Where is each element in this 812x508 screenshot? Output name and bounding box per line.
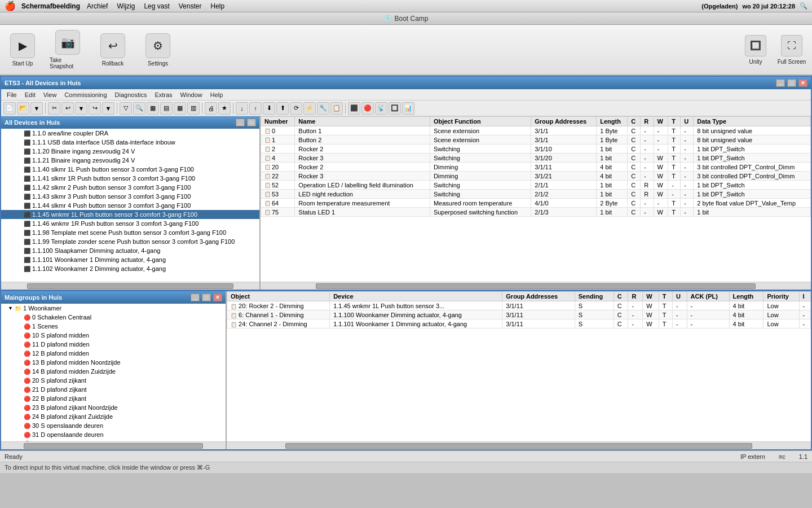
maingroup-tree-item[interactable]: 🔴20 S plafond zijkant bbox=[1, 376, 226, 385]
device-tree-item[interactable]: ⬛1.1.42 slkmr 2 Push button sensor 3 com… bbox=[1, 183, 259, 192]
tb-grid4[interactable]: ▥ bbox=[187, 102, 200, 115]
tb-grid2[interactable]: ▤ bbox=[160, 102, 173, 115]
device-tree-item[interactable]: ⬛1.1.98 Template met scene Push button s… bbox=[1, 228, 259, 237]
rollback-button[interactable]: ↩ Rollback bbox=[95, 33, 131, 67]
device-tree-item[interactable]: ⬛1.1.40 slkmr 1L Push button sensor 3 co… bbox=[1, 165, 259, 174]
tb-prog5[interactable]: ⟳ bbox=[290, 102, 302, 115]
tb-undo-dropdown[interactable]: ▼ bbox=[75, 102, 87, 115]
group-detail-table-container[interactable]: ObjectDeviceGroup AddressesSendingCRWTUA… bbox=[227, 291, 811, 441]
maingroups-min[interactable]: _ bbox=[191, 294, 200, 301]
device-tree-content[interactable]: ⬛1.1.0 area/line coupler DRA⬛1.1.1 USB d… bbox=[1, 129, 259, 282]
tb-comm5[interactable]: 📊 bbox=[402, 102, 414, 115]
device-tree-item[interactable]: ⬛1.1.100 Slaapkamer Dimming actuator, 4-… bbox=[1, 246, 259, 255]
device-tree-hscroll[interactable] bbox=[1, 282, 259, 290]
tb-open[interactable]: 📂 bbox=[17, 102, 29, 115]
object-table-container[interactable]: NumberNameObject FunctionGroup Addresses… bbox=[261, 116, 811, 282]
device-tree-item[interactable]: ⬛1.1.41 slkmr 1R Push button sensor 3 co… bbox=[1, 174, 259, 183]
unity-button[interactable]: 🔲 Unity bbox=[740, 35, 771, 65]
tb-open-dropdown[interactable]: ▼ bbox=[30, 102, 43, 115]
apple-icon[interactable]: 🍎 bbox=[5, 1, 16, 11]
tb-prog7[interactable]: 🔧 bbox=[317, 102, 329, 115]
maingroups-close[interactable]: ✕ bbox=[213, 294, 222, 301]
tb-new[interactable]: 📄 bbox=[3, 102, 16, 115]
group-detail-hscroll[interactable] bbox=[227, 441, 811, 449]
device-tree-item[interactable]: ⬛1.1.0 area/line coupler DRA bbox=[1, 129, 259, 138]
tb-filter[interactable]: ▽ bbox=[120, 102, 132, 115]
snapshot-button[interactable]: 📷 Take Snapshot bbox=[50, 30, 86, 69]
tb-grid3[interactable]: ▦ bbox=[174, 102, 186, 115]
tb-cut[interactable]: ✂ bbox=[48, 102, 60, 115]
menu-commissioning[interactable]: Commissioning bbox=[61, 90, 110, 99]
mac-menu-wijzig[interactable]: Wijzig bbox=[117, 2, 135, 10]
group-detail-row[interactable]: 📋 6: Channel 1 - Dimming1.1.100 Woonkame… bbox=[227, 310, 811, 319]
device-tree-item[interactable]: ⬛1.1.1 USB data interface USB data-inter… bbox=[1, 138, 259, 147]
tb-comm3[interactable]: 📡 bbox=[375, 102, 387, 115]
maingroups-max[interactable]: □ bbox=[202, 294, 211, 301]
tb-redo-dropdown[interactable]: ▼ bbox=[102, 102, 114, 115]
maingroup-tree-item[interactable]: 🔴22 B plafond zijkant bbox=[1, 394, 226, 403]
object-row[interactable]: 📋75Status LED 1Superposed switching func… bbox=[261, 208, 811, 217]
mac-menu-venster[interactable]: Venster bbox=[179, 2, 202, 10]
object-row[interactable]: 📋4Rocker 3Switching3/1/201 bitC-WT-1 bit… bbox=[261, 154, 811, 163]
menu-help[interactable]: Help bbox=[207, 90, 227, 99]
group-detail-row[interactable]: 📋 20: Rocker 2 - Dimming1.1.45 wnkmr 1L … bbox=[227, 301, 811, 310]
menu-extras[interactable]: Extras bbox=[151, 90, 175, 99]
device-tree-item[interactable]: ⬛1.1.20 Binaire ingang zesvoudig 24 V bbox=[1, 147, 259, 156]
object-row[interactable]: 📋64Room temperature measurementMeasured … bbox=[261, 199, 811, 208]
menu-window[interactable]: Window bbox=[177, 90, 206, 99]
device-tree-item[interactable]: ⬛1.1.102 Woonkamer 2 Dimming actuator, 4… bbox=[1, 264, 259, 273]
tb-print[interactable]: 🖨 bbox=[205, 102, 217, 115]
tb-prog6[interactable]: ⚡ bbox=[303, 102, 316, 115]
tb-prog1[interactable]: ↓ bbox=[236, 102, 248, 115]
fullscreen-button[interactable]: ⛶ Full Screen bbox=[776, 35, 807, 65]
maingroup-tree-item[interactable]: ▼📁1 Woonkamer bbox=[1, 304, 226, 313]
tb-find[interactable]: 🔍 bbox=[133, 102, 145, 115]
device-tree-item[interactable]: ⬛1.1.101 Woonkamer 1 Dimming actuator, 4… bbox=[1, 255, 259, 264]
ets3-close-btn[interactable]: ✕ bbox=[798, 79, 807, 87]
tb-prog8[interactable]: 📋 bbox=[330, 102, 343, 115]
tb-prog3[interactable]: ⬇ bbox=[263, 102, 275, 115]
maingroup-tree-item[interactable]: 🔴24 B plafond zijkant Zuidzijde bbox=[1, 412, 226, 421]
device-tree-item[interactable]: ⬛1.1.21 Binaire ingang zesvoudig 24 V bbox=[1, 156, 259, 165]
object-row[interactable]: 📋22Rocker 3Dimming3/1/214 bitC-WT-3 bit … bbox=[261, 172, 811, 181]
tb-prog2[interactable]: ↑ bbox=[249, 102, 262, 115]
startup-button[interactable]: ▶ Start Up bbox=[5, 33, 41, 67]
device-tree-item[interactable]: ⬛1.1.44 slkmr 4 Push button sensor 3 com… bbox=[1, 201, 259, 210]
device-panel-max[interactable]: □ bbox=[247, 119, 256, 126]
group-detail-row[interactable]: 📋 24: Channel 2 - Dimming1.1.101 Woonkam… bbox=[227, 319, 811, 329]
tb-prog4[interactable]: ⬆ bbox=[276, 102, 289, 115]
mac-menu-archief[interactable]: Archief bbox=[87, 2, 108, 10]
tb-redo[interactable]: ↪ bbox=[89, 102, 101, 115]
device-tree-item[interactable]: ⬛1.1.45 wnkmr 1L Push button sensor 3 co… bbox=[1, 210, 259, 219]
maingroup-tree-item[interactable]: 🔴23 B plafond zijkant Noordzijde bbox=[1, 403, 226, 412]
maingroups-hscroll[interactable] bbox=[1, 441, 226, 449]
maingroup-tree-item[interactable]: 🔴31 D openslaande deuren bbox=[1, 430, 226, 439]
mac-search-icon[interactable]: 🔍 bbox=[800, 2, 807, 10]
maingroups-tree[interactable]: ▼📁1 Woonkamer🔴0 Schakelen Centraal🔴1 Sce… bbox=[1, 304, 226, 441]
maingroup-tree-item[interactable]: 🔴0 Schakelen Centraal bbox=[1, 313, 226, 322]
maingroup-tree-item[interactable]: 🔴10 S plafond midden bbox=[1, 331, 226, 340]
menu-edit[interactable]: Edit bbox=[21, 90, 39, 99]
object-row[interactable]: 📋52Operation LED / labelling field illum… bbox=[261, 181, 811, 190]
device-tree-item[interactable]: ⬛1.1.46 wnkmr 1R Push button sensor 3 co… bbox=[1, 219, 259, 228]
tb-comm4[interactable]: 🔲 bbox=[389, 102, 401, 115]
maingroup-tree-item[interactable]: 🔴1 Scenes bbox=[1, 322, 226, 331]
ets3-maximize-btn[interactable]: □ bbox=[787, 79, 796, 87]
object-hscroll[interactable] bbox=[261, 282, 811, 290]
maingroup-tree-item[interactable]: 🔴30 S openslaande deuren bbox=[1, 421, 226, 430]
maingroup-tree-item[interactable]: 🔴13 B plafond midden Noordzijde bbox=[1, 358, 226, 367]
tb-comm2[interactable]: 🔴 bbox=[361, 102, 374, 115]
maingroup-tree-item[interactable]: 🔴12 B plafond midden bbox=[1, 349, 226, 358]
device-tree-item[interactable]: ⬛1.1.43 slkmr 3 Push button sensor 3 com… bbox=[1, 192, 259, 201]
menu-file[interactable]: File bbox=[3, 90, 20, 99]
object-row[interactable]: 📋20Rocker 2Dimming3/1/114 bitC-WT-3 bit … bbox=[261, 163, 811, 172]
tb-comm1[interactable]: ⬛ bbox=[348, 102, 360, 115]
menu-view[interactable]: View bbox=[40, 90, 60, 99]
object-row[interactable]: 📋2Rocker 2Switching3/1/101 bitC--T-1 bit… bbox=[261, 144, 811, 154]
object-row[interactable]: 📋1Button 2Scene extension3/1/11 ByteC--T… bbox=[261, 135, 811, 144]
device-tree-item[interactable]: ⬛1.1.99 Template zonder scene Push butto… bbox=[1, 237, 259, 246]
device-panel-min[interactable]: _ bbox=[236, 119, 245, 126]
mac-menu-legvast[interactable]: Leg vast bbox=[144, 2, 169, 10]
maingroup-tree-item[interactable]: 🔴11 D plafond midden bbox=[1, 340, 226, 349]
ets3-minimize-btn[interactable]: _ bbox=[776, 79, 785, 87]
